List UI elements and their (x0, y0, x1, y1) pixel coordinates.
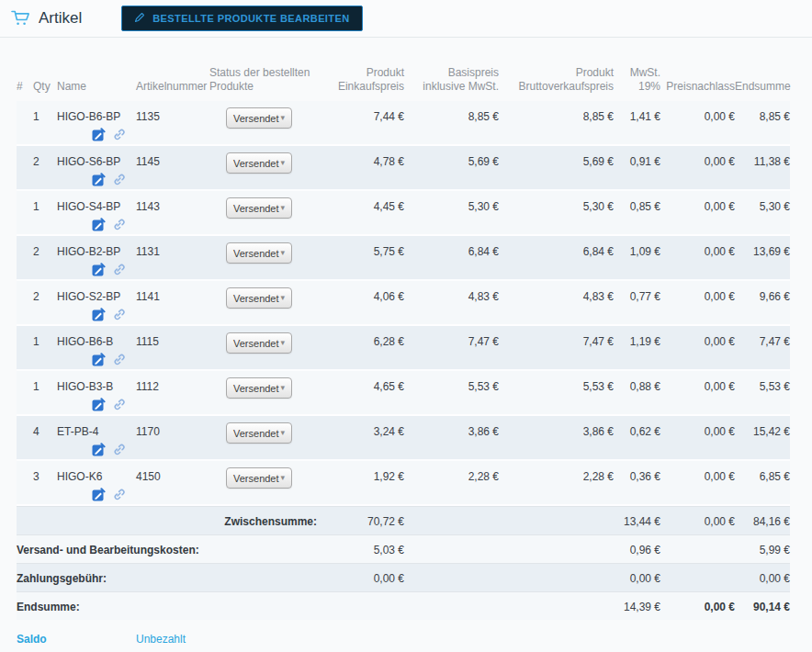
col-header-tax: MwSt. 19% (614, 66, 660, 95)
link-icon[interactable] (112, 128, 126, 141)
payment-fee-tax: 0,00 € (614, 572, 660, 585)
link-icon[interactable] (112, 218, 126, 231)
base-price-cell: 2,28 € (404, 470, 499, 504)
row-number-cell (17, 290, 29, 324)
order-item-status-dropdown[interactable]: Versendet ▾ (226, 377, 292, 399)
link-icon[interactable] (112, 353, 126, 366)
row-number-cell (17, 110, 29, 144)
discount-cell: 0,00 € (660, 155, 735, 189)
discount-cell: 0,00 € (660, 470, 735, 504)
row-number-cell (17, 335, 29, 369)
purchase-price-cell: 4,45 € (317, 200, 404, 234)
open-product-edit-icon[interactable] (92, 218, 106, 231)
order-item-status-dropdown[interactable]: Versendet ▾ (226, 242, 292, 264)
dropdown-caret-icon: ▾ (280, 294, 285, 302)
status-cell: Versendet ▾ (209, 107, 317, 144)
open-product-edit-icon[interactable] (92, 173, 106, 186)
link-icon[interactable] (112, 173, 126, 186)
base-price-cell: 5,69 € (404, 155, 499, 189)
purchase-price-cell: 3,24 € (317, 425, 404, 459)
open-product-edit-icon[interactable] (92, 308, 106, 321)
edit-ordered-products-button[interactable]: BESTELLTE PRODUKTE BEARBEITEN (121, 6, 362, 31)
qty-cell: 1 (29, 335, 57, 369)
saldo-label: Saldo (17, 633, 136, 646)
grand-total-label: Endsumme: (17, 601, 317, 613)
open-product-edit-icon[interactable] (92, 443, 106, 456)
sku-cell: 4150 (136, 470, 209, 504)
link-icon[interactable] (112, 488, 126, 501)
link-icon[interactable] (112, 443, 126, 456)
link-icon[interactable] (112, 398, 126, 411)
product-name-cell: HIGO-B2-BP (57, 245, 136, 279)
tax-cell: 0,62 € (614, 425, 660, 459)
tax-cell: 0,91 € (614, 155, 660, 189)
row-number-cell (17, 380, 29, 414)
row-total-cell: 13,69 € (735, 245, 790, 279)
status-selected-value: Versendet (233, 338, 279, 349)
row-total-cell: 7,47 € (735, 335, 790, 369)
order-item-status-dropdown[interactable]: Versendet ▾ (226, 287, 292, 309)
base-price-cell: 8,85 € (404, 110, 499, 144)
open-product-edit-icon[interactable] (92, 263, 106, 276)
row-number-cell (17, 470, 29, 504)
order-item-status-dropdown[interactable]: Versendet ▾ (226, 152, 292, 174)
status-cell: Versendet ▾ (209, 377, 317, 414)
shipping-label: Versand- und Bearbeitungskosten: (17, 544, 317, 556)
tax-cell: 1,41 € (614, 110, 660, 144)
qty-cell: 2 (29, 290, 57, 324)
summary-row-shipping: Versand- und Bearbeitungskosten: 5,03 € … (17, 534, 790, 563)
order-item-status-dropdown[interactable]: Versendet ▾ (226, 107, 292, 129)
discount-cell: 0,00 € (660, 110, 735, 144)
row-total-cell: 5,30 € (735, 200, 790, 234)
status-cell: Versendet ▾ (209, 287, 317, 324)
link-icon[interactable] (112, 308, 126, 321)
qty-cell: 4 (29, 425, 57, 459)
grand-total-discount: 0,00 € (660, 601, 735, 613)
table-row: 1 HIGO-B6-B (17, 326, 790, 371)
order-item-status-dropdown[interactable]: Versendet ▾ (226, 467, 292, 489)
col-header-sku: Artikelnummer (136, 80, 209, 95)
row-total-cell: 5,53 € (735, 380, 790, 414)
row-total-cell: 8,85 € (735, 110, 790, 144)
order-item-status-dropdown[interactable]: Versendet ▾ (226, 197, 292, 219)
open-product-edit-icon[interactable] (92, 353, 106, 366)
open-product-edit-icon[interactable] (92, 398, 106, 411)
shipping-purchase: 5,03 € (317, 544, 404, 556)
status-selected-value: Versendet (233, 113, 279, 124)
grand-total-tax: 14,39 € (614, 601, 660, 613)
col-header-base-price: Basispreis inklusive MwSt. (404, 66, 499, 95)
subtotal-total: 84,16 € (735, 515, 790, 528)
status-cell: Versendet ▾ (209, 197, 317, 234)
product-name-cell: HIGO-S4-BP (57, 200, 136, 234)
subtotal-tax: 13,44 € (614, 515, 660, 528)
tax-cell: 1,19 € (614, 335, 660, 369)
product-name: HIGO-S2-BP (57, 290, 136, 303)
gross-price-cell: 3,86 € (499, 425, 614, 459)
purchase-price-cell: 6,28 € (317, 335, 404, 369)
link-icon[interactable] (112, 263, 126, 276)
gross-price-cell: 7,47 € (499, 335, 614, 369)
table-row: 1 HIGO-S4-BP (17, 191, 790, 236)
dropdown-caret-icon: ▾ (280, 474, 285, 482)
col-header-qty: Qty (29, 80, 57, 95)
order-item-status-dropdown[interactable]: Versendet ▾ (226, 422, 292, 444)
subtotal-discount: 0,00 € (660, 515, 735, 528)
purchase-price-cell: 1,92 € (317, 470, 404, 504)
table-row: 2 HIGO-S2-BP (17, 281, 790, 326)
status-cell: Versendet ▾ (209, 422, 317, 459)
table-header-row: # Qty Name Artikelnummer Status der best… (17, 57, 790, 101)
dropdown-caret-icon: ▾ (280, 159, 285, 167)
open-product-edit-icon[interactable] (92, 488, 106, 501)
tax-cell: 0,36 € (614, 470, 660, 504)
saldo-value: Unbezahlt (136, 633, 790, 646)
product-name: HIGO-B6-BP (57, 110, 136, 123)
open-product-edit-icon[interactable] (92, 128, 106, 141)
gross-price-cell: 2,28 € (499, 470, 614, 504)
product-name: ET-PB-4 (57, 425, 136, 438)
tax-cell: 0,85 € (614, 200, 660, 234)
row-total-cell: 15,42 € (735, 425, 790, 459)
row-total-cell: 11,38 € (735, 155, 790, 189)
order-item-status-dropdown[interactable]: Versendet ▾ (226, 332, 292, 354)
shopping-cart-icon (8, 7, 32, 29)
product-name-cell: HIGO-B3-B (57, 380, 136, 414)
